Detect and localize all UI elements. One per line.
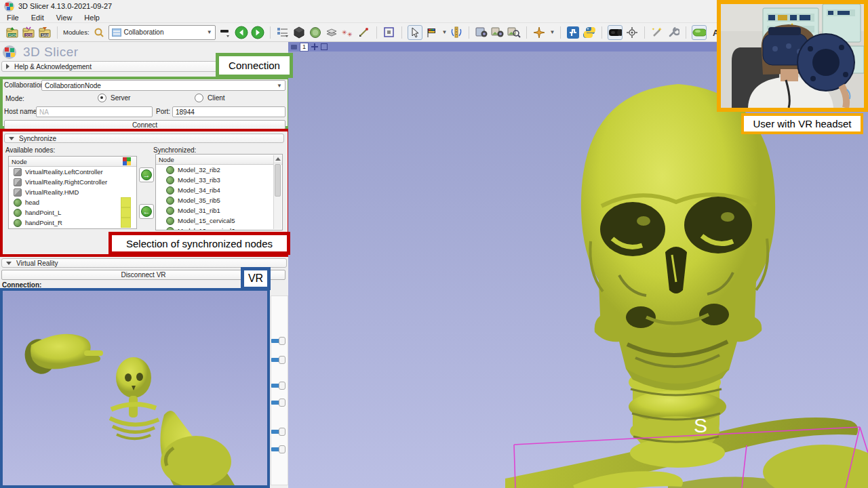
menu-file[interactable]: File xyxy=(7,14,19,22)
wrench-icon[interactable] xyxy=(667,26,680,39)
available-node-row[interactable]: handPoint_L xyxy=(9,207,136,218)
colors-icon[interactable] xyxy=(425,26,439,39)
available-node-row[interactable]: handPoint_R xyxy=(9,218,136,228)
arrow-left-icon: ← xyxy=(141,206,152,217)
collaboration-node-combo[interactable]: CollaborationNode ▼ xyxy=(41,80,285,91)
server-radio-icon xyxy=(98,94,106,102)
synchronized-label: Synchronized: xyxy=(153,146,196,154)
vr-slider[interactable] xyxy=(271,399,288,407)
layers-icon[interactable] xyxy=(325,26,338,39)
annotations-pencil-icon[interactable] xyxy=(357,26,371,39)
synchronized-nodes-table[interactable]: Node Model_32_rib2Model_33_rib3Model_34_… xyxy=(155,154,283,230)
available-node-row[interactable]: VirtualReality.HMD xyxy=(9,187,136,197)
client-radio[interactable]: Client xyxy=(195,94,225,102)
synchronized-node-row[interactable]: Model_35_rib5 xyxy=(161,195,282,205)
port-input[interactable] xyxy=(172,106,285,117)
save-icon[interactable]: SAVE xyxy=(38,26,52,39)
synchronized-node-row[interactable]: Model_31_rib1 xyxy=(161,205,282,216)
magic-wand-icon[interactable]: ✦✦ xyxy=(650,26,664,39)
add-node-button[interactable]: → xyxy=(139,167,154,182)
synchronized-scrollbar[interactable] xyxy=(273,155,281,229)
scene-views-icon[interactable] xyxy=(507,26,521,39)
available-nodes-table[interactable]: Node VirtualReality.LeftControllerVirtua… xyxy=(8,156,137,229)
synchronize-header[interactable]: Synchronize xyxy=(4,134,284,143)
volume-cube-icon[interactable] xyxy=(292,26,306,39)
menu-view[interactable]: View xyxy=(56,14,73,22)
vr-slider[interactable] xyxy=(271,337,288,345)
menu-edit[interactable]: Edit xyxy=(31,14,44,22)
ruler-icon[interactable] xyxy=(450,26,463,39)
webcam-overlay xyxy=(717,0,868,112)
capture-window-icon[interactable] xyxy=(382,26,396,39)
available-node-row[interactable]: VirtualReality.RightController xyxy=(9,177,136,187)
annotation-selection: Selection of synchronized nodes xyxy=(108,232,290,255)
expand-arrow-icon xyxy=(6,262,12,265)
load-dicom-icon[interactable]: DCM xyxy=(22,26,35,39)
load-data-icon[interactable]: DATA xyxy=(5,26,19,39)
module-search-icon[interactable] xyxy=(92,26,106,39)
slicer-logo-text: 3D Slicer xyxy=(23,45,79,60)
vr-slider[interactable] xyxy=(271,356,288,364)
synchronized-node-row[interactable]: Model_34_rib4 xyxy=(161,185,282,195)
virtual-reality-header[interactable]: Virtual Reality xyxy=(1,258,287,268)
host-name-label: Host name: xyxy=(4,108,39,115)
host-name-input[interactable] xyxy=(36,106,153,117)
module-back-icon[interactable] xyxy=(235,26,248,39)
scrollbar-thumb[interactable] xyxy=(275,164,281,197)
available-nodes-list: VirtualReality.LeftControllerVirtualReal… xyxy=(9,167,136,228)
vr-slider[interactable] xyxy=(271,382,288,390)
annotation-user: User with VR headset xyxy=(741,113,863,134)
scene-capture-icon[interactable] xyxy=(491,26,505,39)
synchronized-node-row[interactable]: Model_32_rib2 xyxy=(161,165,282,175)
model-node-icon xyxy=(14,199,22,207)
svg-text:✳: ✳ xyxy=(342,29,347,36)
synchronized-node-row[interactable]: Model_16_cervical6 xyxy=(161,226,282,230)
layout-icon[interactable] xyxy=(276,26,290,39)
svg-text:✦: ✦ xyxy=(652,27,655,31)
client-radio-label: Client xyxy=(208,94,225,102)
models-sphere-icon[interactable] xyxy=(309,26,322,39)
view-crosshair-icon[interactable] xyxy=(311,43,318,50)
available-nodes-header: Node xyxy=(9,157,136,167)
vr-headset-icon[interactable] xyxy=(608,25,623,40)
view-maximize-icon[interactable] xyxy=(321,43,328,50)
pin-icon[interactable] xyxy=(291,45,297,49)
node-color-swatch[interactable] xyxy=(121,197,131,207)
server-radio[interactable]: Server xyxy=(98,94,130,102)
module-history-icon[interactable] xyxy=(218,26,232,39)
extensions-icon[interactable] xyxy=(566,26,580,39)
node-color-swatch[interactable] xyxy=(121,207,131,218)
screenshot-icon[interactable] xyxy=(475,26,488,39)
transform-node-icon xyxy=(14,168,22,176)
menu-help[interactable]: Help xyxy=(84,14,100,22)
svg-text:✳: ✳ xyxy=(347,31,353,37)
vr-slider[interactable] xyxy=(271,428,288,436)
svg-text:DATA: DATA xyxy=(9,33,16,37)
svg-text:SAVE: SAVE xyxy=(41,33,50,37)
crosshair-icon[interactable] xyxy=(532,26,546,39)
available-node-row[interactable]: VirtualReality.LeftController xyxy=(9,167,136,177)
mouse-pointer-icon[interactable] xyxy=(408,25,422,40)
vr-slider[interactable] xyxy=(271,445,288,453)
vr-settings-icon[interactable] xyxy=(625,26,639,39)
module-selector[interactable]: Collaboration ▼ xyxy=(108,25,216,40)
virtual-reality-title: Virtual Reality xyxy=(16,260,58,267)
color-column-icon xyxy=(123,157,131,165)
synchronized-node-row[interactable]: Model_15_cervical5 xyxy=(161,216,282,226)
connect-button[interactable]: Connect xyxy=(4,120,285,129)
port-label: Port: xyxy=(156,108,170,115)
module-next-icon[interactable] xyxy=(251,26,264,39)
capsule-icon[interactable] xyxy=(692,25,707,40)
synchronized-node-row[interactable]: Model_33_rib3 xyxy=(161,175,282,185)
markups-icon[interactable]: ✳✳ xyxy=(341,26,355,39)
available-node-row[interactable]: head xyxy=(9,197,136,207)
view-number-badge: 1 xyxy=(300,43,309,52)
model-node-icon xyxy=(166,217,174,225)
model-node-icon xyxy=(166,176,174,184)
python-console-icon[interactable] xyxy=(583,26,596,39)
node-color-swatch[interactable] xyxy=(121,218,131,228)
app-logo-icon xyxy=(4,1,14,12)
svg-text:✦: ✦ xyxy=(658,26,663,33)
transform-node-icon xyxy=(14,188,22,197)
remove-node-button[interactable]: ← xyxy=(139,204,154,219)
